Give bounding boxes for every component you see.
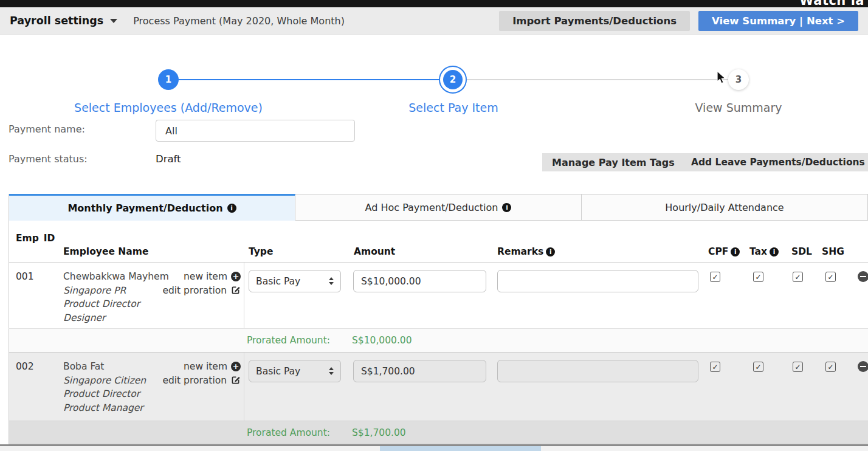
info-icon[interactable] xyxy=(770,247,779,256)
new-item-label: new item xyxy=(184,270,227,284)
remarks-input[interactable] xyxy=(497,270,698,292)
step-3-circle[interactable]: 3 xyxy=(728,69,749,90)
step-2-circle: 2 xyxy=(443,70,463,89)
prorated-label: Prorated Amount: xyxy=(247,335,330,346)
edit-proration-link[interactable]: edit proration xyxy=(162,284,241,298)
sdl-checkbox[interactable] xyxy=(793,272,803,282)
tab-monthly-payment[interactable]: Monthly Payment/Deduction xyxy=(9,194,295,221)
watch-later-overlay-text: Watch la xyxy=(799,0,864,7)
mouse-cursor xyxy=(715,71,727,85)
remove-row-button[interactable] xyxy=(858,361,868,372)
shg-checkbox[interactable] xyxy=(825,272,836,282)
app-header: Payroll settings Process Payment (May 20… xyxy=(0,7,868,35)
prorated-value: S$10,000.00 xyxy=(352,335,412,346)
employee-name: Boba Fat xyxy=(63,360,104,374)
prorated-label: Prorated Amount: xyxy=(247,427,330,438)
edit-proration-link[interactable]: edit proration xyxy=(162,374,241,388)
video-overlay-bar: Watch la xyxy=(0,0,868,7)
col-emp-id: Emp ID xyxy=(16,232,55,245)
tax-checkbox[interactable] xyxy=(753,362,763,372)
employee-name: Chewbakkwa Mayhem xyxy=(63,270,169,284)
emp-id-value: 002 xyxy=(16,361,34,372)
manage-pay-item-tags-button[interactable]: Manage Pay Item Tags xyxy=(542,153,684,171)
next-row-partial-highlight xyxy=(380,446,541,451)
table-row-002: 002 Boba Fat new item Singapore Citizen … xyxy=(9,353,868,421)
payroll-settings-menu[interactable]: Payroll settings xyxy=(10,15,117,27)
info-icon[interactable] xyxy=(546,247,555,256)
col-tax: Tax xyxy=(749,246,779,257)
sdl-checkbox[interactable] xyxy=(793,362,803,372)
job-title: Product Director xyxy=(63,387,140,401)
tab-hourly-label: Hourly/Daily Attendance xyxy=(665,202,784,213)
amount-input[interactable] xyxy=(353,360,486,382)
import-payments-button[interactable]: Import Payments/Deductions xyxy=(499,11,690,31)
job-title: Product Director xyxy=(63,297,140,311)
payment-status-value: Draft xyxy=(156,153,181,165)
tab-hourly-attendance[interactable]: Hourly/Daily Attendance xyxy=(582,194,868,221)
new-item-link[interactable]: new item xyxy=(184,360,241,374)
payroll-settings-label: Payroll settings xyxy=(10,15,103,27)
prorated-row-001: Prorated Amount: S$10,000.00 xyxy=(9,328,868,353)
pay-item-tabs: Monthly Payment/Deduction Ad Hoc Payment… xyxy=(9,194,868,221)
col-type: Type xyxy=(249,246,273,257)
col-employee-name: Employee Name xyxy=(63,246,148,257)
view-summary-next-button[interactable]: View Summary | Next > xyxy=(698,11,858,31)
emp-header-line1: Emp xyxy=(16,232,39,245)
employee-cell: Boba Fat new item Singapore Citizen edit… xyxy=(63,360,241,415)
employee-cell: Chewbakkwa Mayhem new item Singapore PR … xyxy=(63,270,241,325)
remove-row-button[interactable] xyxy=(858,271,868,282)
column-divider xyxy=(244,263,244,328)
plus-icon xyxy=(231,272,241,281)
emp-id-value: 001 xyxy=(16,271,34,282)
col-cpf: CPF xyxy=(708,246,740,257)
pay-type-value: Basic Pay xyxy=(256,276,300,287)
header-actions: Import Payments/Deductions View Summary … xyxy=(499,11,858,31)
info-icon[interactable] xyxy=(731,247,740,256)
payment-form: Payment name: Payment status: Draft Mana… xyxy=(0,115,868,193)
col-remarks: Remarks xyxy=(497,246,555,257)
remarks-header-label: Remarks xyxy=(497,246,543,257)
prorated-row-002: Prorated Amount: S$1,700.00 xyxy=(9,421,868,444)
tab-adhoc-payment[interactable]: Ad Hoc Payment/Deduction xyxy=(295,194,582,221)
residency-status: Singapore Citizen xyxy=(63,374,146,388)
pay-type-select[interactable]: Basic Pay xyxy=(249,360,341,382)
tax-header-label: Tax xyxy=(749,246,767,257)
payroll-page: Watch la Payroll settings Process Paymen… xyxy=(0,0,868,451)
cpf-checkbox[interactable] xyxy=(710,272,720,282)
info-icon[interactable] xyxy=(502,203,511,212)
remarks-input[interactable] xyxy=(497,360,698,382)
step-3-label[interactable]: View Summary xyxy=(695,101,782,114)
step-2-ring[interactable]: 2 xyxy=(439,66,467,94)
prorated-value: S$1,700.00 xyxy=(352,427,406,438)
step-2-label[interactable]: Select Pay Item xyxy=(408,101,498,114)
job-title: Designer xyxy=(63,311,105,325)
amount-input[interactable] xyxy=(353,270,486,292)
step-1-label[interactable]: Select Employees (Add/Remove) xyxy=(74,101,263,114)
pay-type-select[interactable]: Basic Pay xyxy=(249,270,341,292)
new-item-link[interactable]: new item xyxy=(184,270,241,284)
breadcrumb: Process Payment (May 2020, Whole Month) xyxy=(133,15,345,27)
chevron-down-icon xyxy=(110,19,117,23)
emp-header-line2: ID xyxy=(44,232,55,245)
pay-type-value: Basic Pay xyxy=(256,366,300,377)
table-row-001: 001 Chewbakkwa Mayhem new item Singapore… xyxy=(9,263,868,328)
edit-icon xyxy=(230,285,241,295)
tax-checkbox[interactable] xyxy=(753,272,763,282)
pay-item-rows: 001 Chewbakkwa Mayhem new item Singapore… xyxy=(9,263,868,444)
wizard-stepper: 1 2 3 Select Employees (Add/Remove) Sele… xyxy=(0,35,868,115)
stepper-track-upcoming xyxy=(467,79,729,80)
payment-name-input[interactable] xyxy=(156,120,355,142)
select-arrows-icon xyxy=(329,367,334,375)
column-divider xyxy=(244,353,244,421)
cpf-checkbox[interactable] xyxy=(710,362,720,372)
shg-checkbox[interactable] xyxy=(825,362,836,372)
info-icon[interactable] xyxy=(227,204,236,213)
add-leave-payments-button[interactable]: Add Leave Payments/Deductions xyxy=(681,153,868,171)
cpf-header-label: CPF xyxy=(708,246,728,257)
residency-status: Singapore PR xyxy=(63,284,126,298)
job-title: Product Manager xyxy=(63,401,143,415)
step-1-circle[interactable]: 1 xyxy=(158,69,179,90)
plus-icon xyxy=(231,362,241,371)
col-shg: SHG xyxy=(822,246,844,257)
select-arrows-icon xyxy=(329,277,334,285)
